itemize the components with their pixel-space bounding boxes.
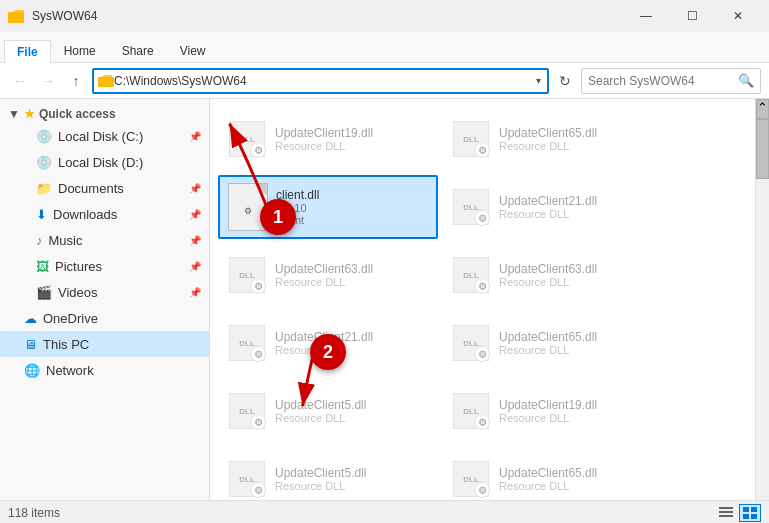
tiles-icon	[743, 507, 757, 519]
svg-rect-10	[751, 514, 757, 519]
file-name-8: UpdateClient5.dll	[275, 398, 429, 412]
file-tile-9[interactable]: DLL ⚙ UpdateClient19.dll Resource DLL	[442, 379, 662, 443]
scroll-thumb[interactable]	[756, 119, 769, 179]
downloads-label: Downloads	[53, 207, 117, 222]
file-type-client: Client	[276, 214, 428, 226]
file-info-4: UpdateClient63.dll Resource DLL	[275, 262, 429, 288]
sidebar-section-quick-access: ▼ ★ Quick access	[0, 103, 209, 123]
main: ▼ ★ Quick access 💿 Local Disk (C:) 📌 💿 L…	[0, 99, 769, 500]
svg-rect-4	[719, 507, 733, 509]
quick-access-star-icon: ★	[24, 107, 35, 121]
file-tile-0[interactable]: DLL ⚙ UpdateClient19.dll Resource DLL	[218, 107, 438, 171]
file-info-10: UpdateClient5.dll Resource DLL	[275, 466, 429, 492]
thispc-label: This PC	[43, 337, 89, 352]
sidebar-item-onedrive[interactable]: ☁ OneDrive	[0, 305, 209, 331]
file-tile-1[interactable]: DLL ⚙ UpdateClient65.dll Resource DLL	[442, 107, 662, 171]
file-tile-10[interactable]: DLL ⚙ UpdateClient5.dll Resource DLL	[218, 447, 438, 500]
file-detail-1: Resource DLL	[499, 140, 653, 152]
svg-rect-1	[98, 77, 114, 87]
tab-file[interactable]: File	[4, 40, 51, 63]
sidebar-item-thispc[interactable]: 🖥 This PC	[0, 331, 209, 357]
file-info-9: UpdateClient19.dll Resource DLL	[499, 398, 653, 424]
file-info-3: UpdateClient21.dll Resource DLL	[499, 194, 653, 220]
view-tiles-button[interactable]	[739, 504, 761, 522]
file-icon-11: DLL ⚙	[451, 459, 491, 499]
sidebar-item-music[interactable]: ♪ Music 📌	[0, 227, 209, 253]
tab-home[interactable]: Home	[51, 39, 109, 62]
search-input[interactable]	[588, 74, 738, 88]
file-detail-8: Resource DLL	[275, 412, 429, 424]
svg-rect-0	[8, 12, 24, 23]
file-detail-7: Resource DLL	[499, 344, 653, 356]
scroll-up-btn[interactable]: ⌃	[756, 99, 769, 119]
sidebar-item-documents[interactable]: 📁 Documents 📌	[0, 175, 209, 201]
file-detail-0: Resource DLL	[275, 140, 429, 152]
file-tile-11[interactable]: DLL ⚙ UpdateClient65.dll Resource DLL	[442, 447, 662, 500]
file-info-1: UpdateClient65.dll Resource DLL	[499, 126, 653, 152]
drive-d-icon: 💿	[36, 155, 52, 170]
tab-view[interactable]: View	[167, 39, 219, 62]
view-icons	[715, 504, 761, 522]
file-detail-5: Resource DLL	[499, 276, 653, 288]
title-text: SysWOW64	[32, 9, 623, 23]
title-folder-icon	[8, 8, 24, 24]
file-info-11: UpdateClient65.dll Resource DLL	[499, 466, 653, 492]
pin-icon-pics: 📌	[189, 261, 201, 272]
file-name-4: UpdateClient63.dll	[275, 262, 429, 276]
close-button[interactable]: ✕	[715, 0, 761, 32]
tab-share[interactable]: Share	[109, 39, 167, 62]
file-tile-8[interactable]: DLL ⚙ UpdateClient5.dll Resource DLL	[218, 379, 438, 443]
svg-rect-6	[719, 515, 733, 517]
address-folder-icon	[98, 74, 114, 88]
local-disk-c-label: Local Disk (C:)	[58, 129, 143, 144]
pin-icon-c: 📌	[189, 131, 201, 142]
view-details-button[interactable]	[715, 504, 737, 522]
quick-access-label: Quick access	[39, 107, 116, 121]
refresh-button[interactable]: ↻	[553, 69, 577, 93]
file-name-0: UpdateClient19.dll	[275, 126, 429, 140]
pin-icon-docs: 📌	[189, 183, 201, 194]
ribbon: File Home Share View	[0, 32, 769, 63]
thispc-icon: 🖥	[24, 337, 37, 352]
sidebar-item-local-disk-c[interactable]: 💿 Local Disk (C:) 📌	[0, 123, 209, 149]
scrollbar[interactable]: ⌃	[755, 99, 769, 500]
address-dropdown-button[interactable]: ▾	[534, 73, 543, 88]
address-input[interactable]	[114, 74, 534, 88]
file-tile-6[interactable]: DLL ⚙ UpdateClient21.dll Resource DLL	[218, 311, 438, 375]
file-detail-11: Resource DLL	[499, 480, 653, 492]
sidebar-item-network[interactable]: 🌐 Network	[0, 357, 209, 383]
sidebar-item-local-disk-d[interactable]: 💿 Local Disk (D:)	[0, 149, 209, 175]
file-area: 1 2 DLL ⚙ UpdateClient19.dll Resource DL…	[210, 99, 755, 500]
status-bar: 118 items	[0, 500, 769, 523]
file-tile-client[interactable]: ⚙ client.dll 5.0.10 Client	[218, 175, 438, 239]
drive-c-icon: 💿	[36, 129, 52, 144]
file-tile-7[interactable]: DLL ⚙ UpdateClient65.dll Resource DLL	[442, 311, 662, 375]
file-icon-5: DLL ⚙	[451, 255, 491, 295]
file-info-8: UpdateClient5.dll Resource DLL	[275, 398, 429, 424]
file-name-11: UpdateClient65.dll	[499, 466, 653, 480]
file-detail-9: Resource DLL	[499, 412, 653, 424]
file-detail-6: Resource DLL	[275, 344, 429, 356]
file-name-3: UpdateClient21.dll	[499, 194, 653, 208]
file-tile-3[interactable]: DLL ⚙ UpdateClient21.dll Resource DLL	[442, 175, 662, 239]
maximize-button[interactable]: ☐	[669, 0, 715, 32]
up-button[interactable]: ↑	[64, 69, 88, 93]
forward-button[interactable]: →	[36, 69, 60, 93]
documents-icon: 📁	[36, 181, 52, 196]
minimize-button[interactable]: —	[623, 0, 669, 32]
title-bar: SysWOW64 — ☐ ✕	[0, 0, 769, 32]
file-icon-0: DLL ⚙	[227, 119, 267, 159]
file-name-client: client.dll	[276, 188, 428, 202]
pin-icon-music: 📌	[189, 235, 201, 246]
file-tile-5[interactable]: DLL ⚙ UpdateClient63.dll Resource DLL	[442, 243, 662, 307]
title-bar-icons	[8, 8, 24, 24]
file-info-0: UpdateClient19.dll Resource DLL	[275, 126, 429, 152]
sidebar-item-pictures[interactable]: 🖼 Pictures 📌	[0, 253, 209, 279]
sidebar-item-videos[interactable]: 🎬 Videos 📌	[0, 279, 209, 305]
file-name-1: UpdateClient65.dll	[499, 126, 653, 140]
ribbon-tabs: File Home Share View	[0, 32, 769, 62]
file-detail-3: Resource DLL	[499, 208, 653, 220]
sidebar-item-downloads[interactable]: ⬇ Downloads 📌	[0, 201, 209, 227]
back-button[interactable]: ←	[8, 69, 32, 93]
file-tile-4[interactable]: DLL ⚙ UpdateClient63.dll Resource DLL	[218, 243, 438, 307]
